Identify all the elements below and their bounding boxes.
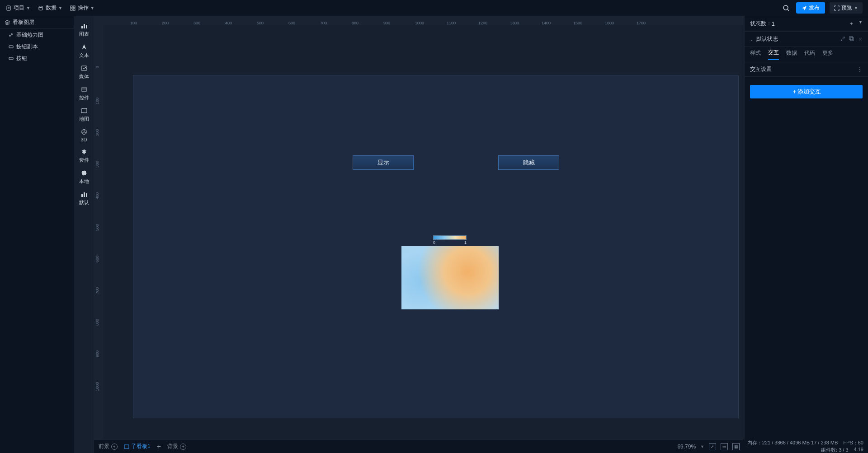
svg-rect-4 [71, 6, 72, 8]
tab-add[interactable]: + [157, 443, 161, 451]
ruler-vertical: 01002003004005006007008009001000 [94, 25, 103, 439]
tab-sub-board[interactable]: 子看板1 [124, 443, 151, 450]
tab-data[interactable]: 数据 [786, 49, 797, 60]
canvas-show-button[interactable]: 显示 [353, 155, 414, 170]
menu-project[interactable]: 项目 ▼ [5, 4, 30, 12]
svg-point-11 [10, 33, 12, 35]
default-state-label: 默认状态 [756, 35, 778, 43]
palette-media[interactable]: 媒体 [74, 61, 94, 83]
edit-icon[interactable] [840, 36, 845, 42]
menu-data[interactable]: 数据 ▼ [38, 4, 62, 12]
layers-panel: 看板图层 基础热力图 按钮副本 按钮 [0, 16, 74, 453]
copy-icon[interactable] [849, 36, 854, 42]
svg-point-8 [783, 5, 788, 10]
close-icon[interactable]: ✕ [858, 36, 863, 42]
canvas-hide-button[interactable]: 隐藏 [498, 155, 559, 170]
layer-item-heatmap[interactable]: 基础热力图 [0, 29, 74, 41]
svg-rect-13 [9, 57, 13, 60]
bar-chart-icon [80, 22, 88, 30]
button-icon [8, 56, 14, 61]
ruler-horizontal: 1002003004005006007008009001000110012001… [103, 16, 744, 25]
tab-style[interactable]: 样式 [750, 49, 761, 60]
svg-rect-14 [81, 26, 83, 28]
palette-default[interactable]: 默认 [74, 187, 94, 209]
actual-size-button[interactable]: ▭ [721, 443, 728, 450]
ruler-tick: 1500 [573, 21, 582, 25]
heatmap-icon [8, 32, 14, 37]
layer-label: 基础热力图 [16, 31, 43, 39]
ruler-tick: 800 [95, 319, 99, 326]
add-interaction-button[interactable]: ＋添加交互 [750, 85, 863, 98]
palette-3d[interactable]: 3D [74, 125, 94, 145]
ruler-tick: 1200 [478, 21, 487, 25]
status-bar: 内存：221 / 3866 / 4096 MB 17 / 238 MB FPS：… [743, 439, 868, 453]
puzzle-icon [80, 169, 88, 177]
add-icon[interactable]: + [111, 444, 118, 450]
palette-map[interactable]: 地图 [74, 104, 94, 125]
ruler-tick: 1000 [95, 382, 99, 391]
add-icon[interactable]: + [180, 444, 186, 450]
ruler-tick: 1700 [637, 21, 646, 25]
svg-rect-21 [84, 192, 85, 197]
palette-text[interactable]: 文本 [74, 40, 94, 61]
chevron-down-icon: ▼ [854, 6, 858, 10]
ruler-tick: 600 [95, 256, 99, 262]
ruler-tick: 300 [95, 161, 99, 168]
map-icon [80, 107, 88, 115]
menu-project-label: 项目 [14, 4, 24, 12]
add-state-button[interactable]: ＋ [849, 20, 854, 28]
ruler-tick: 400 [225, 21, 232, 25]
ruler-tick: 1400 [542, 21, 551, 25]
property-tabs: 样式 交互 数据 代码 更多 [745, 47, 868, 62]
palette-label: 媒体 [79, 73, 89, 80]
tab-sub-board-label: 子看板1 [131, 443, 151, 450]
text-icon [80, 43, 88, 51]
fullscreen-icon [834, 5, 840, 11]
search-button[interactable] [781, 3, 792, 14]
fit-view-button[interactable]: ⤢ [709, 443, 716, 450]
grid-toggle-button[interactable]: ▦ [732, 443, 740, 450]
svg-rect-25 [849, 37, 853, 40]
tab-foreground[interactable]: 前景 + [99, 443, 118, 450]
preview-button[interactable]: 预览 ▼ [830, 2, 863, 14]
svg-rect-23 [124, 445, 129, 448]
ruler-tick: 900 [95, 350, 99, 357]
ruler-tick: 1600 [605, 21, 614, 25]
palette-chart[interactable]: 图表 [74, 19, 94, 40]
more-options-icon[interactable]: ⋮ [857, 66, 863, 73]
svg-point-3 [39, 6, 42, 7]
canvas-area[interactable]: 1002003004005006007008009001000110012001… [94, 16, 744, 439]
preview-label: 预览 [841, 4, 852, 12]
tab-more[interactable]: 更多 [822, 49, 833, 60]
palette-control[interactable]: 控件 [74, 83, 94, 104]
ruler-tick: 400 [95, 192, 99, 199]
state-count-label: 状态数： [750, 20, 772, 28]
palette-local[interactable]: 本地 [74, 166, 94, 187]
palette-label: 本地 [79, 178, 89, 185]
chevron-down-icon[interactable]: ▼ [859, 20, 863, 28]
layer-item-button-copy[interactable]: 按钮副本 [0, 41, 74, 52]
add-interaction-label: ＋添加交互 [792, 88, 821, 96]
ruler-tick: 600 [288, 21, 295, 25]
palette-label: 套件 [79, 157, 89, 163]
ruler-tick: 500 [257, 21, 264, 25]
top-menu-bar: 项目 ▼ 数据 ▼ 操作 ▼ 发布 预览 ▼ [0, 0, 868, 16]
tab-foreground-label: 前景 [99, 443, 109, 450]
ruler-tick: 200 [162, 21, 169, 25]
palette-kit[interactable]: 套件 [74, 145, 94, 166]
default-state-row[interactable]: ⌄ 默认状态 ✕ [745, 32, 868, 47]
chevron-down-icon[interactable]: ▼ [700, 444, 704, 449]
heatmap-image[interactable] [401, 246, 499, 309]
ruler-tick: 1300 [510, 21, 519, 25]
tab-interaction[interactable]: 交互 [768, 49, 779, 60]
publish-button[interactable]: 发布 [796, 2, 825, 14]
state-header: 状态数： 1 ＋ ▼ [745, 16, 868, 32]
tab-background[interactable]: 背景 + [167, 443, 186, 450]
kit-icon [80, 148, 88, 156]
svg-rect-5 [73, 6, 75, 8]
menu-operation[interactable]: 操作 ▼ [70, 4, 94, 12]
layer-item-button[interactable]: 按钮 [0, 52, 74, 64]
bottom-tabs: 前景 + 子看板1 + 背景 + 69.79% ▼ ⤢ ▭ ▦ [94, 439, 744, 453]
stage[interactable]: 显示 隐藏 0 1 [103, 25, 744, 439]
tab-code[interactable]: 代码 [804, 49, 815, 60]
